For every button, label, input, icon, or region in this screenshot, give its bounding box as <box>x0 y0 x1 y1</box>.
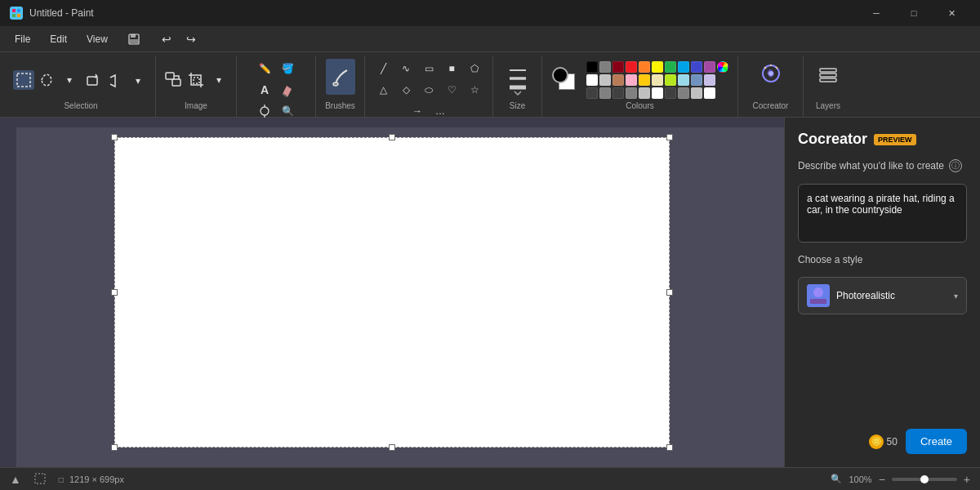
color-ltblue[interactable] <box>678 74 689 86</box>
cocreator-tool-btn[interactable] <box>753 59 789 88</box>
color-black[interactable] <box>586 61 598 73</box>
color-cyan[interactable] <box>678 61 689 73</box>
color-pink[interactable] <box>626 74 637 86</box>
image-dropdown[interactable]: ▾ <box>127 71 149 91</box>
shape-rect-fill[interactable]: ■ <box>441 59 462 78</box>
selection-free-tool[interactable] <box>36 70 57 90</box>
canvas-area[interactable] <box>0 118 784 467</box>
image-flip-tool[interactable] <box>105 71 126 91</box>
color-yellow[interactable] <box>652 61 663 73</box>
menu-file[interactable]: File <box>7 30 38 48</box>
credits-display: 🪙 50 <box>869 434 898 449</box>
shape-curve[interactable]: ∿ <box>395 59 416 78</box>
paint-canvas[interactable] <box>114 137 670 448</box>
handle-tm[interactable] <box>389 134 395 140</box>
handle-br[interactable] <box>666 444 673 451</box>
color-brown[interactable] <box>612 74 624 86</box>
size-dropdown-btn[interactable] <box>506 64 529 96</box>
ribbon: ▾ ▾ Selection <box>0 52 980 118</box>
color-darkred[interactable] <box>612 61 624 73</box>
color-purple[interactable] <box>704 61 715 73</box>
text-tool[interactable]: A <box>254 80 275 100</box>
color-d4[interactable] <box>626 87 637 99</box>
selection-tools: ▾ ▾ <box>13 59 149 101</box>
eraser-tool[interactable] <box>277 80 298 100</box>
image-crop-tool[interactable] <box>185 70 207 90</box>
color-d3[interactable] <box>612 87 624 99</box>
color-d6[interactable] <box>652 87 663 99</box>
brush-active[interactable] <box>326 59 355 95</box>
color-d9[interactable] <box>691 87 702 99</box>
fg-color-swatch[interactable] <box>552 67 568 83</box>
handle-tl[interactable] <box>111 134 118 140</box>
color-cornblue[interactable] <box>691 74 702 86</box>
shape-heart[interactable]: ♡ <box>441 80 462 100</box>
image-dropdown2[interactable]: ▾ <box>208 70 229 90</box>
image-resize-tool[interactable] <box>163 70 184 90</box>
color-blue[interactable] <box>691 61 702 73</box>
color-d1[interactable] <box>586 87 598 99</box>
color-rainbow[interactable] <box>717 61 728 73</box>
color-row-3 <box>586 87 728 99</box>
color-orange[interactable] <box>639 61 650 73</box>
undo-redo: ↩ ↪ <box>155 29 203 49</box>
color-d5[interactable] <box>639 87 650 99</box>
menu-view[interactable]: View <box>78 30 116 48</box>
pencil-tool[interactable]: ✏️ <box>254 59 275 78</box>
color-d8[interactable] <box>678 87 689 99</box>
selection-rect-tool[interactable] <box>13 70 34 90</box>
main-colors <box>552 67 578 93</box>
close-button[interactable]: ✕ <box>933 0 970 26</box>
handle-mr[interactable] <box>666 289 673 296</box>
info-icon[interactable]: ⓘ <box>949 159 962 172</box>
ribbon-group-brushes: Brushes <box>316 56 365 117</box>
handle-tr[interactable] <box>666 134 673 140</box>
fill-tool[interactable]: 🪣 <box>277 59 298 78</box>
handle-bm[interactable] <box>389 444 395 451</box>
cocreator-group-label: Cocreator <box>753 101 789 114</box>
ribbon-group-colours: Colours <box>542 56 738 117</box>
create-button[interactable]: Create <box>906 429 967 454</box>
undo-button[interactable]: ↩ <box>155 29 178 49</box>
zoom-out-button[interactable]: − <box>879 473 885 486</box>
shape-poly[interactable]: ⬠ <box>464 59 485 78</box>
shape-diamond[interactable]: ◇ <box>395 80 416 100</box>
svg-rect-10 <box>166 73 174 79</box>
maximize-button[interactable]: □ <box>895 0 933 26</box>
handle-bl[interactable] <box>111 444 118 451</box>
color-lavender[interactable] <box>704 74 715 86</box>
ribbon-group-shapes: ╱ ∿ ▭ ■ ⬠ △ ◇ ⬭ ♡ ☆ → … outline▾ fill▾ S… <box>365 56 493 117</box>
save-icon[interactable] <box>122 29 145 49</box>
color-gold[interactable] <box>639 74 650 86</box>
zoom-slider[interactable] <box>892 478 957 481</box>
color-lime[interactable] <box>665 74 676 86</box>
handle-ml[interactable] <box>111 289 118 296</box>
color-ltgray[interactable] <box>599 74 611 86</box>
svg-point-21 <box>768 71 773 76</box>
color-d7[interactable] <box>665 87 676 99</box>
shape-line[interactable]: ╱ <box>372 59 394 78</box>
zoom-in-button[interactable]: + <box>964 473 970 486</box>
color-d10[interactable] <box>704 87 715 99</box>
color-white[interactable] <box>586 74 598 86</box>
color-d2[interactable] <box>599 87 611 99</box>
minimize-button[interactable]: ─ <box>858 0 895 26</box>
shape-rect[interactable]: ▭ <box>418 59 439 78</box>
cocreator-panel: Cocreator PREVIEW Describe what you'd li… <box>784 118 980 467</box>
color-cream[interactable] <box>652 74 663 86</box>
shape-triangle[interactable]: △ <box>372 80 394 100</box>
prompt-textarea[interactable] <box>798 184 967 243</box>
selection-dropdown[interactable]: ▾ <box>59 70 80 90</box>
layers-tool-btn[interactable] <box>810 59 846 88</box>
titlebar: Untitled - Paint ─ □ ✕ <box>0 0 980 26</box>
shape-oval[interactable]: ⬭ <box>418 80 439 100</box>
color-red[interactable] <box>626 61 637 73</box>
redo-button[interactable]: ↪ <box>180 29 203 49</box>
style-dropdown[interactable]: Photorealistic ▾ <box>798 277 967 314</box>
zoom-thumb[interactable] <box>920 475 929 483</box>
shape-star[interactable]: ☆ <box>464 80 485 100</box>
menu-edit[interactable]: Edit <box>42 30 75 48</box>
color-green[interactable] <box>665 61 676 73</box>
color-gray[interactable] <box>599 61 611 73</box>
image-rotate-tool[interactable] <box>82 71 103 91</box>
